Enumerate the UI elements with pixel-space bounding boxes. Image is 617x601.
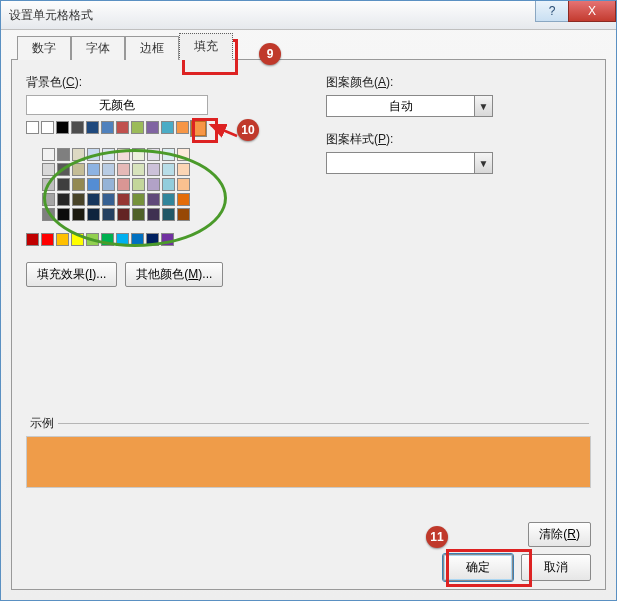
titlebar: 设置单元格格式 ? X xyxy=(1,1,616,30)
color-swatch[interactable] xyxy=(86,233,99,246)
color-swatch[interactable] xyxy=(161,121,174,134)
chevron-down-icon: ▼ xyxy=(474,153,492,173)
color-swatch[interactable] xyxy=(132,193,145,206)
clear-button[interactable]: 清除(R) xyxy=(528,522,591,547)
color-swatch[interactable] xyxy=(57,193,70,206)
color-swatch[interactable] xyxy=(162,193,175,206)
color-swatch[interactable] xyxy=(87,148,100,161)
color-swatch[interactable] xyxy=(102,148,115,161)
color-swatch[interactable] xyxy=(132,163,145,176)
color-swatch-selected[interactable] xyxy=(191,121,206,136)
color-swatch[interactable] xyxy=(162,208,175,221)
pattern-style-select[interactable]: ▼ xyxy=(326,152,493,174)
color-swatch[interactable] xyxy=(87,208,100,221)
color-swatch[interactable] xyxy=(71,233,84,246)
tab-number[interactable]: 数字 xyxy=(17,36,71,60)
color-swatch[interactable] xyxy=(162,148,175,161)
color-swatch[interactable] xyxy=(117,163,130,176)
color-swatch[interactable] xyxy=(132,178,145,191)
color-swatch[interactable] xyxy=(86,121,99,134)
color-swatch[interactable] xyxy=(177,178,190,191)
color-swatch[interactable] xyxy=(132,148,145,161)
color-swatch[interactable] xyxy=(147,148,160,161)
color-swatch[interactable] xyxy=(131,121,144,134)
color-swatch[interactable] xyxy=(57,178,70,191)
fill-panel: 背景色(C): 无颜色 填充效果(I)... 其他颜色(M)... xyxy=(11,59,606,590)
color-swatch[interactable] xyxy=(72,208,85,221)
color-swatch[interactable] xyxy=(116,121,129,134)
dialog-window: 设置单元格格式 ? X 数字 字体 边框 填充 背景色(C): xyxy=(0,0,617,601)
color-swatch[interactable] xyxy=(147,178,160,191)
example-preview xyxy=(26,436,591,488)
color-swatch[interactable] xyxy=(116,233,129,246)
color-swatch[interactable] xyxy=(26,233,39,246)
chevron-down-icon: ▼ xyxy=(474,96,492,116)
fill-effects-button[interactable]: 填充效果(I)... xyxy=(26,262,117,287)
color-swatch[interactable] xyxy=(57,163,70,176)
color-swatch[interactable] xyxy=(56,121,69,134)
color-swatch[interactable] xyxy=(102,178,115,191)
color-swatch[interactable] xyxy=(177,163,190,176)
color-swatch[interactable] xyxy=(57,208,70,221)
pattern-color-select[interactable]: 自动 ▼ xyxy=(326,95,493,117)
color-swatch[interactable] xyxy=(132,208,145,221)
color-swatch[interactable] xyxy=(42,193,55,206)
color-swatch[interactable] xyxy=(146,233,159,246)
color-swatch[interactable] xyxy=(146,121,159,134)
background-color-section: 背景色(C): 无颜色 填充效果(I)... 其他颜色(M)... xyxy=(26,74,306,287)
color-swatch[interactable] xyxy=(72,193,85,206)
color-swatch[interactable] xyxy=(101,121,114,134)
tabstrip: 数字 字体 边框 填充 xyxy=(11,35,606,59)
tab-fill[interactable]: 填充 xyxy=(179,33,233,60)
color-swatch-none[interactable] xyxy=(26,121,39,134)
color-swatch[interactable] xyxy=(147,208,160,221)
help-button[interactable]: ? xyxy=(535,1,568,22)
color-swatch[interactable] xyxy=(56,233,69,246)
color-swatch[interactable] xyxy=(177,208,190,221)
help-icon: ? xyxy=(549,4,556,18)
color-swatch[interactable] xyxy=(71,121,84,134)
ok-button[interactable]: 确定 xyxy=(443,554,513,581)
color-swatch[interactable] xyxy=(117,208,130,221)
color-swatch[interactable] xyxy=(102,193,115,206)
color-swatch[interactable] xyxy=(42,163,55,176)
color-swatch[interactable] xyxy=(176,121,189,134)
color-swatch[interactable] xyxy=(117,148,130,161)
color-swatch[interactable] xyxy=(72,148,85,161)
color-swatch[interactable] xyxy=(72,178,85,191)
color-swatch[interactable] xyxy=(177,193,190,206)
color-swatch[interactable] xyxy=(162,163,175,176)
tab-font[interactable]: 字体 xyxy=(71,36,125,60)
pattern-section: 图案颜色(A): 自动 ▼ 图案样式(P): ▼ xyxy=(306,74,591,287)
color-swatch[interactable] xyxy=(117,193,130,206)
color-swatch[interactable] xyxy=(101,233,114,246)
color-swatch[interactable] xyxy=(41,121,54,134)
tab-border[interactable]: 边框 xyxy=(125,36,179,60)
color-swatch[interactable] xyxy=(161,233,174,246)
color-swatch[interactable] xyxy=(72,163,85,176)
color-swatch[interactable] xyxy=(117,178,130,191)
color-swatch[interactable] xyxy=(57,148,70,161)
window-title: 设置单元格格式 xyxy=(9,7,93,24)
color-swatch[interactable] xyxy=(42,148,55,161)
close-button[interactable]: X xyxy=(568,1,616,22)
more-colors-button[interactable]: 其他颜色(M)... xyxy=(125,262,223,287)
example-legend: 示例 xyxy=(28,415,58,432)
dialog-footer: 确定 取消 xyxy=(443,554,591,581)
color-swatch[interactable] xyxy=(147,163,160,176)
color-swatch[interactable] xyxy=(162,178,175,191)
color-swatch[interactable] xyxy=(42,208,55,221)
color-swatch[interactable] xyxy=(147,193,160,206)
no-color-button[interactable]: 无颜色 xyxy=(26,95,208,115)
color-swatch[interactable] xyxy=(42,178,55,191)
color-swatch[interactable] xyxy=(102,163,115,176)
color-swatch[interactable] xyxy=(87,193,100,206)
color-grid xyxy=(26,121,306,246)
color-swatch[interactable] xyxy=(87,163,100,176)
color-swatch[interactable] xyxy=(177,148,190,161)
color-swatch[interactable] xyxy=(102,208,115,221)
cancel-button[interactable]: 取消 xyxy=(521,554,591,581)
color-swatch[interactable] xyxy=(41,233,54,246)
color-swatch[interactable] xyxy=(131,233,144,246)
color-swatch[interactable] xyxy=(87,178,100,191)
